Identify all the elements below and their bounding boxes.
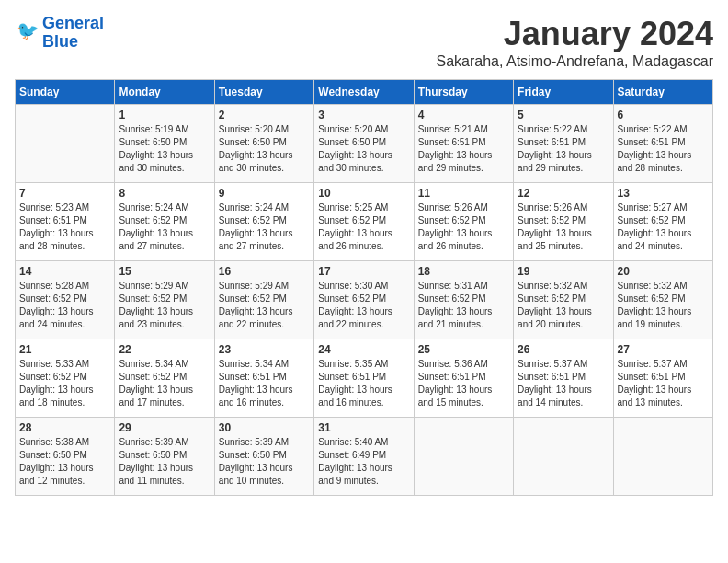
day-number: 22 — [119, 343, 210, 356]
day-cell: 7Sunrise: 5:23 AMSunset: 6:51 PMDaylight… — [16, 183, 115, 261]
day-number: 13 — [618, 187, 709, 200]
week-row-2: 7Sunrise: 5:23 AMSunset: 6:51 PMDaylight… — [16, 183, 713, 261]
month-title: January 2024 — [437, 15, 714, 53]
col-header-sunday: Sunday — [16, 80, 115, 105]
day-number: 28 — [19, 421, 110, 434]
day-number: 16 — [219, 265, 310, 278]
day-cell: 1Sunrise: 5:19 AMSunset: 6:50 PMDaylight… — [115, 105, 214, 183]
day-number: 31 — [318, 421, 409, 434]
day-cell: 30Sunrise: 5:39 AMSunset: 6:50 PMDayligh… — [214, 418, 313, 496]
day-cell: 11Sunrise: 5:26 AMSunset: 6:52 PMDayligh… — [414, 183, 513, 261]
day-cell: 29Sunrise: 5:39 AMSunset: 6:50 PMDayligh… — [115, 418, 214, 496]
svg-text:🐦: 🐦 — [17, 18, 40, 40]
week-row-5: 28Sunrise: 5:38 AMSunset: 6:50 PMDayligh… — [16, 418, 713, 496]
day-cell — [16, 105, 115, 183]
day-info: Sunrise: 5:32 AMSunset: 6:52 PMDaylight:… — [518, 280, 609, 331]
day-info: Sunrise: 5:22 AMSunset: 6:51 PMDaylight:… — [618, 123, 709, 175]
location-subtitle: Sakaraha, Atsimo-Andrefana, Madagascar — [437, 53, 714, 70]
logo: 🐦 General Blue — [15, 15, 104, 52]
day-info: Sunrise: 5:40 AMSunset: 6:49 PMDaylight:… — [318, 436, 409, 488]
day-info: Sunrise: 5:20 AMSunset: 6:50 PMDaylight:… — [219, 123, 310, 175]
day-cell: 22Sunrise: 5:34 AMSunset: 6:52 PMDayligh… — [115, 339, 214, 418]
day-cell: 10Sunrise: 5:25 AMSunset: 6:52 PMDayligh… — [314, 183, 414, 261]
day-info: Sunrise: 5:39 AMSunset: 6:50 PMDaylight:… — [119, 436, 210, 488]
day-info: Sunrise: 5:35 AMSunset: 6:51 PMDaylight:… — [318, 358, 409, 409]
day-number: 2 — [219, 109, 310, 121]
day-info: Sunrise: 5:23 AMSunset: 6:51 PMDaylight:… — [19, 201, 110, 253]
col-header-friday: Friday — [514, 80, 613, 105]
day-number: 4 — [418, 109, 509, 121]
day-cell: 27Sunrise: 5:37 AMSunset: 6:51 PMDayligh… — [613, 339, 712, 418]
day-info: Sunrise: 5:27 AMSunset: 6:52 PMDaylight:… — [618, 201, 709, 253]
day-cell: 17Sunrise: 5:30 AMSunset: 6:52 PMDayligh… — [314, 261, 414, 339]
day-info: Sunrise: 5:32 AMSunset: 6:52 PMDaylight:… — [618, 280, 709, 331]
day-cell: 4Sunrise: 5:21 AMSunset: 6:51 PMDaylight… — [414, 105, 513, 183]
day-cell: 18Sunrise: 5:31 AMSunset: 6:52 PMDayligh… — [414, 261, 513, 339]
day-info: Sunrise: 5:37 AMSunset: 6:51 PMDaylight:… — [618, 358, 709, 409]
day-info: Sunrise: 5:34 AMSunset: 6:52 PMDaylight:… — [119, 358, 210, 409]
week-row-3: 14Sunrise: 5:28 AMSunset: 6:52 PMDayligh… — [16, 261, 713, 339]
day-cell: 20Sunrise: 5:32 AMSunset: 6:52 PMDayligh… — [613, 261, 712, 339]
day-number: 3 — [318, 109, 409, 121]
day-info: Sunrise: 5:36 AMSunset: 6:51 PMDaylight:… — [418, 358, 509, 409]
day-cell: 31Sunrise: 5:40 AMSunset: 6:49 PMDayligh… — [314, 418, 414, 496]
logo-text: General Blue — [42, 15, 104, 52]
col-header-wednesday: Wednesday — [314, 80, 414, 105]
day-number: 1 — [119, 109, 210, 121]
col-header-monday: Monday — [115, 80, 214, 105]
day-number: 5 — [518, 109, 609, 121]
day-number: 21 — [19, 343, 110, 356]
col-header-thursday: Thursday — [414, 80, 513, 105]
day-info: Sunrise: 5:34 AMSunset: 6:51 PMDaylight:… — [219, 358, 310, 409]
day-number: 8 — [119, 187, 210, 200]
day-info: Sunrise: 5:29 AMSunset: 6:52 PMDaylight:… — [119, 280, 210, 331]
day-number: 18 — [418, 265, 509, 278]
day-number: 25 — [418, 343, 509, 356]
day-info: Sunrise: 5:30 AMSunset: 6:52 PMDaylight:… — [318, 280, 409, 331]
day-info: Sunrise: 5:31 AMSunset: 6:52 PMDaylight:… — [418, 280, 509, 331]
day-cell: 14Sunrise: 5:28 AMSunset: 6:52 PMDayligh… — [16, 261, 115, 339]
day-cell: 19Sunrise: 5:32 AMSunset: 6:52 PMDayligh… — [514, 261, 613, 339]
day-info: Sunrise: 5:38 AMSunset: 6:50 PMDaylight:… — [19, 436, 110, 488]
page-header: 🐦 General Blue January 2024 Sakaraha, At… — [15, 15, 713, 70]
day-info: Sunrise: 5:29 AMSunset: 6:52 PMDaylight:… — [219, 280, 310, 331]
title-section: January 2024 Sakaraha, Atsimo-Andrefana,… — [437, 15, 714, 70]
day-number: 23 — [219, 343, 310, 356]
day-cell — [613, 418, 712, 496]
day-info: Sunrise: 5:33 AMSunset: 6:52 PMDaylight:… — [19, 358, 110, 409]
day-cell: 5Sunrise: 5:22 AMSunset: 6:51 PMDaylight… — [514, 105, 613, 183]
day-cell: 8Sunrise: 5:24 AMSunset: 6:52 PMDaylight… — [115, 183, 214, 261]
day-number: 29 — [119, 421, 210, 434]
day-cell: 28Sunrise: 5:38 AMSunset: 6:50 PMDayligh… — [16, 418, 115, 496]
calendar-body: 1Sunrise: 5:19 AMSunset: 6:50 PMDaylight… — [16, 105, 713, 496]
day-cell: 23Sunrise: 5:34 AMSunset: 6:51 PMDayligh… — [214, 339, 313, 418]
day-info: Sunrise: 5:39 AMSunset: 6:50 PMDaylight:… — [219, 436, 310, 488]
day-number: 19 — [518, 265, 609, 278]
day-number: 15 — [119, 265, 210, 278]
day-cell: 9Sunrise: 5:24 AMSunset: 6:52 PMDaylight… — [214, 183, 313, 261]
day-number: 9 — [219, 187, 310, 200]
day-number: 7 — [19, 187, 110, 200]
day-number: 30 — [219, 421, 310, 434]
day-number: 10 — [318, 187, 409, 200]
logo-icon: 🐦 — [17, 18, 42, 44]
week-row-1: 1Sunrise: 5:19 AMSunset: 6:50 PMDaylight… — [16, 105, 713, 183]
day-number: 11 — [418, 187, 509, 200]
day-cell: 25Sunrise: 5:36 AMSunset: 6:51 PMDayligh… — [414, 339, 513, 418]
day-number: 17 — [318, 265, 409, 278]
calendar-header-row: SundayMondayTuesdayWednesdayThursdayFrid… — [16, 80, 713, 105]
day-info: Sunrise: 5:28 AMSunset: 6:52 PMDaylight:… — [19, 280, 110, 331]
day-info: Sunrise: 5:22 AMSunset: 6:51 PMDaylight:… — [518, 123, 609, 175]
day-info: Sunrise: 5:20 AMSunset: 6:50 PMDaylight:… — [318, 123, 409, 175]
day-cell: 15Sunrise: 5:29 AMSunset: 6:52 PMDayligh… — [115, 261, 214, 339]
day-info: Sunrise: 5:24 AMSunset: 6:52 PMDaylight:… — [219, 201, 310, 253]
day-number: 26 — [518, 343, 609, 356]
day-cell: 24Sunrise: 5:35 AMSunset: 6:51 PMDayligh… — [314, 339, 414, 418]
day-number: 14 — [19, 265, 110, 278]
day-cell — [514, 418, 613, 496]
day-info: Sunrise: 5:24 AMSunset: 6:52 PMDaylight:… — [119, 201, 210, 253]
day-info: Sunrise: 5:19 AMSunset: 6:50 PMDaylight:… — [119, 123, 210, 175]
day-info: Sunrise: 5:26 AMSunset: 6:52 PMDaylight:… — [518, 201, 609, 253]
day-cell: 6Sunrise: 5:22 AMSunset: 6:51 PMDaylight… — [613, 105, 712, 183]
day-number: 27 — [618, 343, 709, 356]
